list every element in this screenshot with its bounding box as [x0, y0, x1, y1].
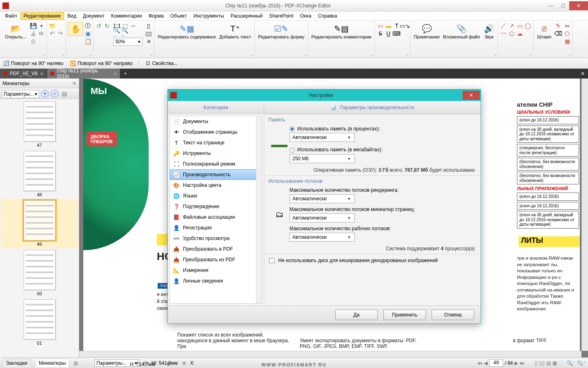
thumb-threads-combo[interactable]: Автоматически▾: [290, 213, 355, 222]
minimize-button[interactable]: —: [545, 1, 557, 10]
categories-scrollbar[interactable]: [256, 116, 262, 303]
document-tab[interactable]: PDF_VE_V6✕: [0, 69, 47, 79]
category-item[interactable]: 🌐Языки: [170, 191, 262, 201]
menu-item-11[interactable]: Справка: [314, 12, 340, 20]
memory-percent-radio[interactable]: Использовать память (в процентах):: [290, 126, 477, 132]
thumbnail-page[interactable]: 50: [2, 250, 76, 296]
menu-item-6[interactable]: Объект: [167, 12, 190, 20]
category-item[interactable]: 👤Регистрация: [170, 222, 262, 233]
measure-dist-icon[interactable]: ⇔: [564, 22, 571, 29]
undo-icon[interactable]: ↶: [49, 30, 56, 37]
thumbnail-page[interactable]: 48: [2, 151, 76, 197]
zoom-in-icon[interactable]: 🔍⁺: [121, 30, 129, 37]
category-item[interactable]: 👤Личные сведения: [170, 276, 262, 286]
strike-icon[interactable]: S̶: [376, 30, 384, 37]
polyline-icon[interactable]: 〰: [500, 30, 507, 37]
memory-mb-radio[interactable]: Использовать память (в мегабайтах):: [290, 147, 477, 153]
close-all-tabs-button[interactable]: ✕: [577, 69, 588, 79]
thumbnails-close-icon[interactable]: ✕: [72, 81, 76, 86]
pencil-icon[interactable]: ✎: [555, 22, 562, 29]
category-item[interactable]: 🎨Настройка цвета: [170, 180, 262, 191]
line-icon[interactable]: ／: [500, 22, 507, 29]
horizontal-scrollbar[interactable]: [79, 351, 581, 357]
category-item[interactable]: 🔑Иструменты: [170, 148, 262, 159]
eraser-icon[interactable]: ⌫: [555, 30, 562, 37]
apply-button[interactable]: Применить: [383, 310, 426, 320]
prev-page-icon[interactable]: ◀: [484, 360, 488, 366]
rotate-right-button[interactable]: 🔁 Поворот на 90° направо: [70, 61, 132, 66]
tab-close-icon[interactable]: ✕: [114, 72, 117, 76]
thumbnail-page[interactable]: 49: [1, 199, 78, 248]
arrow-icon[interactable]: ↗: [508, 22, 515, 29]
select-annot-icon[interactable]: ▭: [376, 22, 384, 29]
page-number-input[interactable]: 49: [489, 359, 503, 367]
menu-item-7[interactable]: Инструменты: [190, 12, 227, 20]
cloud-icon[interactable]: ☁: [516, 30, 523, 37]
menu-item-10[interactable]: Окна: [297, 12, 315, 20]
thumbs-params-combo[interactable]: Параметры...▾: [2, 90, 39, 98]
snapshot-icon[interactable]: ▣: [84, 30, 91, 37]
last-page-icon[interactable]: ⏭: [520, 360, 525, 366]
category-item[interactable]: 📈Производительность: [170, 169, 262, 180]
attach-file-button[interactable]: 📎 Вложенный файл: [441, 22, 481, 40]
layout1-icon[interactable]: ▯: [535, 360, 537, 366]
category-item[interactable]: 📥Преобразовать в PDF: [170, 244, 262, 254]
sticky-note-button[interactable]: 💬 Примечание: [412, 22, 441, 40]
menu-item-0[interactable]: Файл: [2, 12, 20, 20]
layout3-icon[interactable]: ▤: [546, 360, 551, 366]
menu-item-8[interactable]: Расширенный: [227, 12, 266, 20]
properties-button[interactable]: ☑ Свойства...: [146, 61, 178, 66]
underline-icon[interactable]: U̲: [385, 30, 392, 37]
category-item[interactable]: TТекст на странице: [170, 137, 262, 148]
callout-icon[interactable]: ▭↘: [401, 22, 408, 29]
zoom-combo[interactable]: 50%▾: [113, 38, 143, 46]
menu-item-1[interactable]: Редактирование: [20, 12, 64, 20]
text-box-icon[interactable]: T: [393, 22, 400, 29]
thumb-zoom-in-button[interactable]: +: [41, 90, 49, 98]
open-button[interactable]: 📂 Открыть...: [3, 22, 28, 40]
polygon-icon[interactable]: ⬠: [508, 30, 515, 37]
menu-item-9[interactable]: SharePoint: [266, 12, 296, 20]
render-threads-combo[interactable]: Автоматически▾: [290, 194, 355, 203]
rotate-left-button[interactable]: 🔄 Поворот на 90° налево: [3, 61, 63, 66]
measure-perim-icon[interactable]: ⬡: [564, 30, 571, 37]
work-threads-combo[interactable]: Автоматически▾: [290, 233, 355, 242]
thumbs-page-icon[interactable]: ▤: [60, 90, 68, 97]
tab-close-icon[interactable]: ✕: [40, 72, 43, 76]
cancel-button[interactable]: Отмена: [432, 310, 474, 320]
status-zoom-in-icon[interactable]: 🔍⁺: [577, 360, 586, 366]
save-icon[interactable]: 💾: [29, 22, 37, 29]
disk-cache-checkbox[interactable]: [269, 258, 274, 263]
close-button[interactable]: ✕: [569, 1, 588, 10]
stack-icon[interactable]: ▤: [74, 360, 78, 366]
thumbnails-tab[interactable]: Миниатюры: [35, 359, 69, 367]
oval-icon[interactable]: ◯: [524, 22, 532, 29]
layout-single-icon[interactable]: ▯: [145, 22, 152, 29]
sound-button[interactable]: 🔊 Звук: [481, 22, 496, 40]
layout-cont-icon[interactable]: ≡: [145, 38, 152, 45]
folder-icon[interactable]: 📁: [49, 22, 56, 29]
rect-icon[interactable]: ▭: [516, 22, 523, 29]
thumb-zoom-out-button[interactable]: −: [51, 90, 59, 98]
hand-tool[interactable]: ✋: [68, 22, 83, 36]
rotate-cw-icon[interactable]: ↻: [103, 22, 111, 29]
add-text-button[interactable]: T⁺ Добавить текст: [218, 22, 253, 40]
menu-item-3[interactable]: Документ: [80, 12, 108, 20]
category-item[interactable]: ❓Подтверждение: [170, 201, 262, 212]
category-item[interactable]: 📐Измерения: [170, 265, 262, 276]
first-page-icon[interactable]: ⏮: [477, 360, 482, 366]
clipboard-icon[interactable]: 📋: [84, 38, 91, 45]
thumbnail-page[interactable]: 51: [2, 299, 76, 346]
category-item[interactable]: 📕Файловые ассоциации: [170, 212, 262, 222]
edit-form-button[interactable]: ☑✎ Редактировать форму: [256, 22, 306, 40]
add-tab-button[interactable]: +: [120, 69, 130, 79]
edit-content-button[interactable]: ✎▦ Редактировать содержимое: [156, 22, 218, 40]
layout-facing-icon[interactable]: ▯▯: [145, 30, 152, 37]
redo-icon[interactable]: ↷: [57, 30, 64, 37]
next-page-icon[interactable]: ▶: [514, 360, 518, 366]
measure-area-icon[interactable]: ▦: [564, 38, 571, 45]
memory-mb-combo[interactable]: 250 М6▾: [290, 154, 355, 163]
layout4-icon[interactable]: ▦: [552, 360, 557, 366]
select-text-icon[interactable]: Ⓣ: [84, 22, 91, 29]
mail-icon[interactable]: ✉: [38, 30, 45, 37]
